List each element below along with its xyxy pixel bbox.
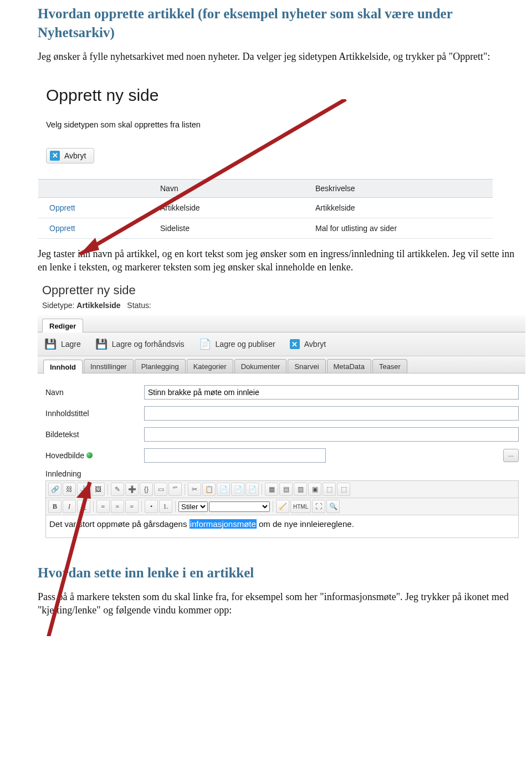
opprett-link[interactable]: Opprett: [38, 218, 155, 238]
label-hovedbilde: Hovedbilde: [45, 451, 144, 460]
row-name: Artikkelside: [155, 197, 310, 218]
editor-text-before: Det var stort oppmøte på gårsdagens: [49, 519, 190, 529]
label-bildetekst: Bildetekst: [45, 430, 144, 439]
insert-icon[interactable]: ➕: [125, 483, 139, 496]
anchor-icon[interactable]: ⚓: [77, 483, 90, 496]
table-row: Opprett Sideliste Mal for utlisting av s…: [38, 218, 493, 238]
editor-toolbar-row2: B I U ≡ ≡ ≡ • 1. Stiler: [46, 498, 518, 515]
editor-toolbar-row1: 🔗 ⛓ ⚓ 🖼 ✎ ➕ {} ▭ “” ✂ 📋 📄 📄 📄: [46, 481, 518, 498]
tab-kategorier[interactable]: Kategorier: [187, 359, 233, 373]
save-publish-label: Lagre og publiser: [216, 340, 275, 349]
cancel-button[interactable]: ✕ Avbryt: [46, 148, 94, 163]
intro-paragraph-1: Jeg ønsker å fylle nyhetsarkivet med noe…: [38, 50, 515, 63]
dialog-subtitle: Sidetype: Artikkelside Status:: [42, 301, 525, 310]
opprett-link[interactable]: Opprett: [38, 197, 155, 218]
rich-text-editor: 🔗 ⛓ ⚓ 🖼 ✎ ➕ {} ▭ “” ✂ 📋 📄 📄 📄: [45, 480, 519, 538]
save-button[interactable]: 💾 Lagre: [44, 338, 81, 350]
primary-tabstrip: Rediger: [38, 315, 525, 332]
save-preview-button[interactable]: 💾 Lagre og forhåndsvis: [95, 338, 185, 350]
cancel-label: Avbryt: [304, 340, 326, 349]
merge-icon[interactable]: ⬚: [323, 483, 336, 496]
paste-word-icon[interactable]: 📄: [245, 483, 259, 496]
cut-icon[interactable]: ✂: [188, 483, 201, 496]
paragraph-3: Pass på å markere teksten som du skal li…: [38, 590, 515, 617]
tab-teaser[interactable]: Teaser: [372, 359, 407, 373]
dialog-title: Opprett ny side: [38, 71, 493, 120]
subtype-label: Sidetype:: [42, 301, 74, 310]
zoom-icon[interactable]: 🔍: [326, 500, 340, 513]
underline-icon[interactable]: U: [77, 500, 90, 513]
row-desc: Mal for utlisting av sider: [310, 218, 493, 238]
copy-icon[interactable]: 📋: [202, 483, 216, 496]
status-label: Status:: [127, 301, 151, 310]
close-icon: ✕: [290, 339, 300, 349]
table-icon[interactable]: ▦: [265, 483, 278, 496]
save-icon: 📄: [199, 338, 211, 350]
italic-icon[interactable]: I: [63, 500, 76, 513]
format-dropdown[interactable]: [209, 501, 270, 512]
save-preview-label: Lagre og forhåndsvis: [112, 340, 185, 349]
align-center-icon[interactable]: ≡: [111, 500, 124, 513]
fullscreen-icon[interactable]: ⛶: [312, 500, 325, 513]
table-row: Opprett Artikkelside Artikkelside: [38, 197, 493, 218]
heading-sette-inn-lenke: Hvordan sette inn lenke i en artikkel: [38, 564, 515, 582]
dialog-description: Velg sidetypen som skal opprettes fra li…: [38, 120, 493, 148]
content-tabstrip: Innhold Innstillinger Planlegging Katego…: [38, 356, 525, 373]
editor-text-after: om de nye innleiereglene.: [257, 519, 354, 529]
subtype-value: Artikkelside: [76, 301, 120, 310]
align-left-icon[interactable]: ≡: [96, 500, 110, 513]
bold-icon[interactable]: B: [48, 500, 62, 513]
template-icon[interactable]: ▭: [154, 483, 167, 496]
split-icon[interactable]: ⬚: [337, 483, 350, 496]
image-icon[interactable]: 🖼: [91, 483, 105, 496]
innholdstittel-input[interactable]: [144, 406, 519, 421]
tab-dokumenter[interactable]: Dokumenter: [234, 359, 287, 373]
col-action: [38, 179, 155, 197]
label-innledning: Innledning: [45, 469, 144, 478]
list-bullet-icon[interactable]: •: [145, 500, 158, 513]
heading-opprette-artikkel: Hvordan opprette artikkel (for eksempel …: [38, 4, 515, 42]
tab-rediger[interactable]: Rediger: [42, 319, 83, 332]
save-icon: 💾: [95, 338, 108, 350]
tab-metadata[interactable]: MetaData: [327, 359, 371, 373]
cancel-label: Avbryt: [64, 151, 86, 160]
clear-format-icon[interactable]: 🧹: [276, 500, 289, 513]
tab-snarvei[interactable]: Snarvei: [288, 359, 325, 373]
col-icon[interactable]: ▥: [294, 483, 307, 496]
code-icon[interactable]: {}: [140, 483, 153, 496]
unlink-icon[interactable]: ⛓: [63, 483, 76, 496]
dialog-title: Oppretter ny side: [42, 283, 525, 298]
hovedbilde-input[interactable]: [144, 448, 326, 463]
screenshot-edit-page: Oppretter ny side Sidetype: Artikkelside…: [38, 281, 525, 541]
tab-innhold[interactable]: Innhold: [43, 360, 83, 373]
col-navn: Navn: [155, 179, 310, 197]
label-navn: Navn: [45, 388, 144, 397]
cancel-button[interactable]: ✕ Avbryt: [290, 339, 326, 349]
status-dot-icon: [86, 452, 93, 458]
action-toolbar: 💾 Lagre 💾 Lagre og forhåndsvis 📄 Lagre o…: [38, 332, 525, 356]
col-beskrivelse: Beskrivelse: [310, 179, 493, 197]
paste-icon[interactable]: 📄: [217, 483, 230, 496]
edit-icon[interactable]: ✎: [111, 483, 124, 496]
align-right-icon[interactable]: ≡: [125, 500, 139, 513]
link-icon[interactable]: 🔗: [48, 483, 62, 496]
html-button[interactable]: HTML: [290, 500, 311, 513]
paragraph-2: Jeg taster inn navn på artikkel, og en k…: [38, 247, 515, 274]
style-dropdown[interactable]: Stiler: [178, 501, 208, 512]
row-icon[interactable]: ▤: [279, 483, 293, 496]
tab-planlegging[interactable]: Planlegging: [135, 359, 186, 373]
navn-input[interactable]: [144, 385, 519, 400]
browse-button[interactable]: …: [503, 449, 519, 462]
screenshot-opprett-ny-side: Opprett ny side Velg sidetypen som skal …: [38, 71, 493, 239]
close-icon: ✕: [50, 151, 60, 161]
cell-icon[interactable]: ▣: [308, 483, 321, 496]
editor-content[interactable]: Det var stort oppmøte på gårsdagens info…: [46, 515, 518, 537]
quote-icon[interactable]: “”: [168, 483, 182, 496]
save-label: Lagre: [61, 340, 81, 349]
save-publish-button[interactable]: 📄 Lagre og publiser: [199, 338, 275, 350]
tab-innstillinger[interactable]: Innstillinger: [84, 359, 134, 373]
list-number-icon[interactable]: 1.: [159, 500, 172, 513]
bildetekst-input[interactable]: [144, 427, 519, 442]
paste-text-icon[interactable]: 📄: [231, 483, 244, 496]
label-innholdstittel: Innholdstittel: [45, 409, 144, 418]
